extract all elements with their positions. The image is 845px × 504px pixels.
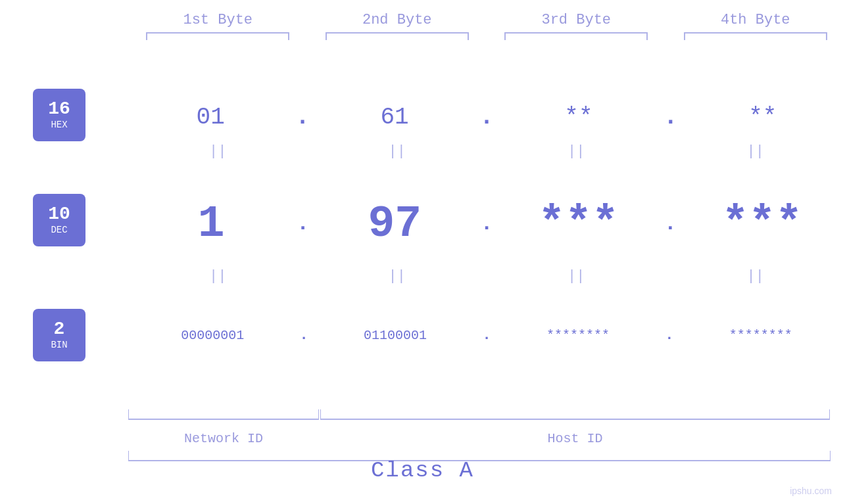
- bin-val-1: 00000001: [128, 328, 297, 343]
- hex-dot-2: .: [477, 104, 496, 131]
- dec-val-1: 1: [128, 198, 294, 249]
- network-id-label: Network ID: [128, 431, 319, 446]
- dec-val-3: ***: [496, 198, 662, 249]
- byte-2-label: 2nd Byte: [362, 12, 432, 28]
- hex-values-row: 01 . 61 . ** . **: [128, 97, 845, 137]
- hex-val-2: 61: [312, 104, 477, 131]
- dec-dot-1: .: [294, 212, 312, 236]
- dec-val-2: 97: [312, 198, 477, 249]
- eq-dec-bin-1: ||: [128, 268, 308, 285]
- bin-badge-number: 2: [54, 320, 65, 338]
- watermark: ipshu.com: [790, 486, 832, 496]
- bin-dot-1: .: [297, 327, 311, 344]
- bin-val-4: ********: [676, 328, 845, 343]
- byte-3-bracket: [504, 32, 648, 40]
- byte-4-label-cell: 4th Byte: [666, 12, 846, 40]
- byte-1-bracket: [146, 32, 289, 40]
- byte-1-label-cell: 1st Byte: [128, 12, 308, 40]
- byte-3-label: 3rd Byte: [541, 12, 611, 28]
- dec-badge-label: DEC: [51, 225, 67, 235]
- main-container: 1st Byte 2nd Byte 3rd Byte 4th Byte 16 H…: [0, 0, 845, 504]
- equals-dec-bin: || || || ||: [128, 268, 845, 285]
- hex-badge-number: 16: [48, 100, 70, 118]
- dec-badge: 10 DEC: [33, 194, 85, 246]
- bin-val-3: ********: [494, 328, 663, 343]
- bin-val-2: 01100001: [311, 328, 480, 343]
- byte-2-label-cell: 2nd Byte: [308, 12, 487, 40]
- hex-val-1: 01: [128, 104, 293, 131]
- hex-badge: 16 HEX: [33, 89, 85, 141]
- dec-dot-3: .: [662, 212, 679, 236]
- hex-dot-1: .: [293, 104, 312, 131]
- hex-val-3: **: [496, 104, 661, 131]
- eq-hex-dec-1: ||: [128, 143, 308, 160]
- byte-2-bracket: [326, 32, 469, 40]
- hex-dot-3: .: [661, 104, 681, 131]
- byte-4-label: 4th Byte: [721, 12, 790, 28]
- eq-hex-dec-4: ||: [666, 143, 846, 160]
- dec-badge-number: 10: [48, 205, 70, 223]
- network-id-bracket-svg: [128, 409, 319, 420]
- bin-dot-3: .: [662, 327, 676, 344]
- host-id-bracket-svg: [320, 409, 830, 420]
- bin-values-row: 00000001 . 01100001 . ******** . *******…: [128, 315, 845, 355]
- dec-values-row: 1 . 97 . *** . ***: [128, 194, 845, 253]
- bin-badge-label: BIN: [51, 340, 67, 350]
- byte-labels-area: 1st Byte 2nd Byte 3rd Byte 4th Byte: [128, 12, 845, 40]
- eq-hex-dec-3: ||: [487, 143, 666, 160]
- eq-dec-bin-2: ||: [308, 268, 487, 285]
- byte-1-label: 1st Byte: [183, 12, 253, 28]
- bin-badge: 2 BIN: [33, 309, 85, 361]
- dec-dot-2: .: [477, 212, 495, 236]
- hex-badge-label: HEX: [51, 120, 67, 130]
- equals-hex-dec: || || || ||: [128, 143, 845, 160]
- class-label: Class A: [0, 458, 845, 483]
- dec-val-4: ***: [679, 198, 845, 249]
- eq-dec-bin-3: ||: [487, 268, 666, 285]
- byte-3-label-cell: 3rd Byte: [487, 12, 666, 40]
- eq-dec-bin-4: ||: [666, 268, 846, 285]
- eq-hex-dec-2: ||: [308, 143, 487, 160]
- hex-val-4: **: [681, 104, 845, 131]
- byte-4-bracket: [684, 32, 827, 40]
- bin-dot-2: .: [479, 327, 493, 344]
- host-id-label: Host ID: [320, 431, 830, 446]
